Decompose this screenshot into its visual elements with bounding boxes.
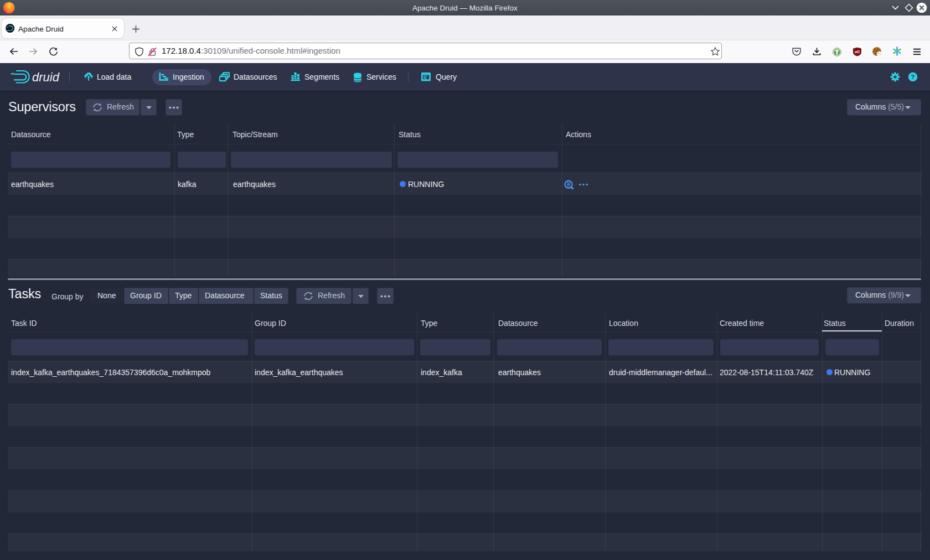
svg-text:uO: uO — [855, 50, 860, 54]
svg-text:?: ? — [911, 74, 914, 80]
